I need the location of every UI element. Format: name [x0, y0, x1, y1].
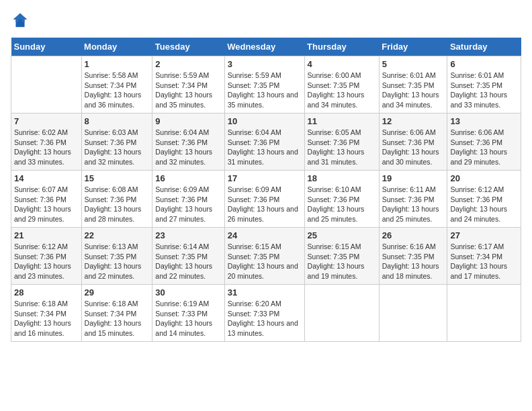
calendar-cell: 27 Sunrise: 6:17 AM Sunset: 7:34 PM Dayl…: [447, 228, 521, 285]
day-info: Sunrise: 6:14 AM Sunset: 7:35 PM Dayligh…: [155, 242, 221, 281]
day-number: 13: [450, 116, 518, 126]
sunrise-text: Sunrise: 6:01 AM: [450, 71, 518, 81]
calendar-cell: 2 Sunrise: 5:59 AM Sunset: 7:34 PM Dayli…: [152, 56, 224, 113]
sunset-text: Sunset: 7:36 PM: [14, 252, 79, 262]
day-number: 16: [155, 173, 221, 183]
daylight-text: Daylight: 13 hours and 36 minutes.: [85, 90, 150, 109]
sunrise-text: Sunrise: 6:02 AM: [14, 128, 79, 138]
daylight-text: Daylight: 13 hours and 24 minutes.: [450, 204, 518, 224]
day-info: Sunrise: 6:02 AM Sunset: 7:36 PM Dayligh…: [14, 128, 79, 167]
calendar-cell: [304, 285, 379, 342]
sunset-text: Sunset: 7:35 PM: [155, 252, 221, 262]
calendar-cell: 17 Sunrise: 6:09 AM Sunset: 7:36 PM Dayl…: [224, 171, 304, 228]
day-info: Sunrise: 6:18 AM Sunset: 7:34 PM Dayligh…: [14, 299, 79, 338]
day-number: 23: [155, 230, 221, 240]
day-number: 17: [228, 173, 302, 183]
calendar-cell: [447, 285, 521, 342]
sunset-text: Sunset: 7:36 PM: [228, 195, 302, 205]
sunrise-text: Sunrise: 6:18 AM: [85, 299, 150, 309]
calendar-cell: 4 Sunrise: 6:00 AM Sunset: 7:35 PM Dayli…: [304, 56, 379, 113]
day-number: 8: [85, 116, 150, 126]
calendar-cell: 25 Sunrise: 6:15 AM Sunset: 7:35 PM Dayl…: [304, 228, 379, 285]
calendar-cell: 5 Sunrise: 6:01 AM Sunset: 7:35 PM Dayli…: [379, 56, 447, 113]
calendar-cell: 29 Sunrise: 6:18 AM Sunset: 7:34 PM Dayl…: [81, 285, 152, 342]
day-info: Sunrise: 5:58 AM Sunset: 7:34 PM Dayligh…: [85, 71, 150, 110]
day-number: 30: [155, 287, 221, 298]
sunset-text: Sunset: 7:36 PM: [85, 195, 150, 205]
sunset-text: Sunset: 7:33 PM: [228, 309, 302, 319]
sunrise-text: Sunrise: 6:14 AM: [155, 242, 221, 252]
daylight-text: Daylight: 13 hours and 14 minutes.: [155, 318, 221, 338]
day-info: Sunrise: 6:03 AM Sunset: 7:36 PM Dayligh…: [85, 128, 150, 167]
daylight-text: Daylight: 13 hours and 23 minutes.: [14, 261, 79, 281]
daylight-text: Daylight: 13 hours and 31 minutes.: [308, 147, 376, 167]
day-info: Sunrise: 5:59 AM Sunset: 7:35 PM Dayligh…: [228, 71, 302, 110]
sunrise-text: Sunrise: 6:16 AM: [382, 242, 445, 252]
calendar-cell: 13 Sunrise: 6:06 AM Sunset: 7:36 PM Dayl…: [447, 113, 521, 171]
sunrise-text: Sunrise: 6:06 AM: [382, 128, 445, 138]
calendar-week-row: 1 Sunrise: 5:58 AM Sunset: 7:34 PM Dayli…: [11, 56, 521, 113]
daylight-text: Daylight: 13 hours and 34 minutes.: [382, 90, 445, 109]
calendar-cell: 18 Sunrise: 6:10 AM Sunset: 7:36 PM Dayl…: [304, 171, 379, 228]
sunrise-text: Sunrise: 6:20 AM: [228, 299, 302, 309]
day-info: Sunrise: 6:04 AM Sunset: 7:36 PM Dayligh…: [228, 128, 302, 167]
daylight-text: Daylight: 13 hours and 30 minutes.: [382, 147, 445, 167]
calendar-cell: 14 Sunrise: 6:07 AM Sunset: 7:36 PM Dayl…: [11, 171, 82, 228]
day-info: Sunrise: 6:09 AM Sunset: 7:36 PM Dayligh…: [155, 185, 221, 224]
day-number: 9: [155, 116, 221, 126]
sunrise-text: Sunrise: 6:15 AM: [228, 242, 302, 252]
sunrise-text: Sunrise: 6:17 AM: [450, 242, 518, 252]
sunrise-text: Sunrise: 6:09 AM: [228, 185, 302, 195]
sunset-text: Sunset: 7:34 PM: [85, 309, 150, 319]
sunset-text: Sunset: 7:35 PM: [382, 252, 445, 262]
calendar-cell: 26 Sunrise: 6:16 AM Sunset: 7:35 PM Dayl…: [379, 228, 447, 285]
day-info: Sunrise: 6:01 AM Sunset: 7:35 PM Dayligh…: [450, 71, 518, 110]
day-number: 22: [85, 230, 150, 240]
day-info: Sunrise: 6:13 AM Sunset: 7:35 PM Dayligh…: [85, 242, 150, 281]
daylight-text: Daylight: 13 hours and 26 minutes.: [228, 204, 302, 224]
calendar-week-row: 28 Sunrise: 6:18 AM Sunset: 7:34 PM Dayl…: [11, 285, 521, 342]
weekday-header-friday: Friday: [379, 38, 447, 56]
sunset-text: Sunset: 7:35 PM: [450, 81, 518, 91]
day-number: 14: [14, 173, 79, 183]
sunset-text: Sunset: 7:34 PM: [450, 252, 518, 262]
sunset-text: Sunset: 7:36 PM: [155, 195, 221, 205]
day-info: Sunrise: 6:15 AM Sunset: 7:35 PM Dayligh…: [228, 242, 302, 281]
day-number: 2: [155, 59, 221, 69]
sunset-text: Sunset: 7:35 PM: [308, 252, 376, 262]
day-number: 25: [308, 230, 376, 240]
calendar-cell: 22 Sunrise: 6:13 AM Sunset: 7:35 PM Dayl…: [81, 228, 152, 285]
sunset-text: Sunset: 7:34 PM: [155, 81, 221, 91]
sunset-text: Sunset: 7:34 PM: [85, 81, 150, 91]
day-number: 15: [85, 173, 150, 183]
day-info: Sunrise: 6:12 AM Sunset: 7:36 PM Dayligh…: [14, 242, 79, 281]
daylight-text: Daylight: 13 hours and 32 minutes.: [155, 147, 221, 167]
sunset-text: Sunset: 7:36 PM: [14, 138, 79, 148]
day-number: 21: [14, 230, 79, 240]
sunrise-text: Sunrise: 6:01 AM: [382, 71, 445, 81]
sunrise-text: Sunrise: 6:19 AM: [155, 299, 221, 309]
calendar-cell: 19 Sunrise: 6:11 AM Sunset: 7:36 PM Dayl…: [379, 171, 447, 228]
day-number: 12: [382, 116, 445, 126]
day-info: Sunrise: 6:09 AM Sunset: 7:36 PM Dayligh…: [228, 185, 302, 224]
sunset-text: Sunset: 7:36 PM: [308, 138, 376, 148]
day-info: Sunrise: 6:17 AM Sunset: 7:34 PM Dayligh…: [450, 242, 518, 281]
sunrise-text: Sunrise: 6:03 AM: [85, 128, 150, 138]
calendar-cell: [11, 56, 82, 113]
sunrise-text: Sunrise: 6:05 AM: [308, 128, 376, 138]
calendar-week-row: 14 Sunrise: 6:07 AM Sunset: 7:36 PM Dayl…: [11, 171, 521, 228]
day-number: 4: [308, 59, 376, 69]
day-info: Sunrise: 6:04 AM Sunset: 7:36 PM Dayligh…: [155, 128, 221, 167]
logo-icon: [11, 11, 30, 30]
calendar-cell: [379, 285, 447, 342]
day-info: Sunrise: 6:19 AM Sunset: 7:33 PM Dayligh…: [155, 299, 221, 338]
weekday-header-sunday: Sunday: [11, 38, 82, 56]
day-number: 28: [14, 287, 79, 298]
calendar-cell: 9 Sunrise: 6:04 AM Sunset: 7:36 PM Dayli…: [152, 113, 224, 171]
daylight-text: Daylight: 13 hours and 25 minutes.: [382, 204, 445, 224]
sunrise-text: Sunrise: 6:00 AM: [308, 71, 376, 81]
sunrise-text: Sunrise: 6:18 AM: [14, 299, 79, 309]
day-number: 1: [85, 59, 150, 69]
day-info: Sunrise: 6:05 AM Sunset: 7:36 PM Dayligh…: [308, 128, 376, 167]
calendar-week-row: 7 Sunrise: 6:02 AM Sunset: 7:36 PM Dayli…: [11, 113, 521, 171]
